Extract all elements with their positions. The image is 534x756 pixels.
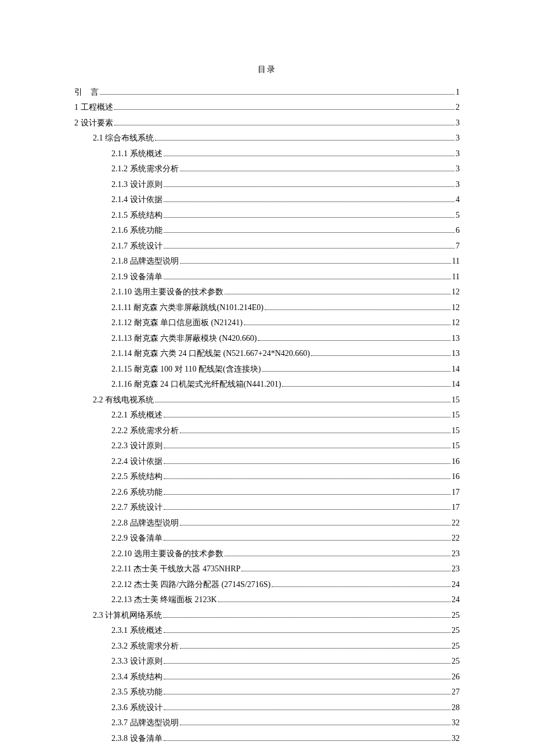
toc-leader-dots bbox=[272, 586, 450, 587]
toc-entry-page: 24 bbox=[452, 593, 460, 607]
toc-entry-label: 2.1.10 选用主要设备的技术参数 bbox=[111, 285, 223, 300]
toc-leader-dots bbox=[164, 494, 451, 495]
toc-leader-dots bbox=[155, 402, 450, 402]
toc-leader-dots bbox=[114, 125, 455, 125]
toc-entry-page: 22 bbox=[452, 516, 460, 531]
toc-entry-label: 2.1.1 系统概述 bbox=[111, 147, 163, 161]
toc-entry: 2.1.8 品牌选型说明11 bbox=[74, 254, 460, 269]
toc-entry-page: 16 bbox=[452, 470, 460, 484]
toc-entry: 2.3.5 系统功能27 bbox=[74, 685, 460, 700]
toc-entry-label: 2.2.9 设备清单 bbox=[111, 531, 163, 546]
toc-entry: 2.1.11 耐克森 六类非屏蔽跳线(N101.214E0)12 bbox=[74, 301, 460, 315]
toc-entry-page: 13 bbox=[452, 332, 460, 346]
toc-entry-label: 2.2.2 系统需求分析 bbox=[111, 424, 179, 438]
toc-entry-label: 2.3.8 设备清单 bbox=[111, 732, 163, 746]
toc-entry-page: 3 bbox=[456, 116, 460, 131]
toc-entry-page: 14 bbox=[452, 377, 460, 392]
toc-leader-dots bbox=[164, 186, 455, 187]
toc-entry: 2.2.4 设计依据16 bbox=[74, 455, 460, 469]
toc-entry: 2.2.5 系统结构16 bbox=[74, 470, 460, 484]
toc-entry-label: 2.3.5 系统功能 bbox=[111, 685, 163, 700]
toc-entry-label: 2.1.6 系统功能 bbox=[111, 224, 163, 238]
toc-leader-dots bbox=[225, 556, 451, 556]
toc-entry-label: 2.2.4 设计依据 bbox=[111, 455, 163, 469]
toc-entry: 2.2.2 系统需求分析15 bbox=[74, 424, 460, 438]
toc-leader-dots bbox=[311, 355, 450, 356]
toc-entry: 2.2.13 杰士美 终端面板 2123K24 bbox=[74, 593, 460, 607]
toc-leader-dots bbox=[244, 325, 450, 325]
toc-entry-page: 3 bbox=[456, 162, 460, 177]
toc-entry-label: 2.1.16 耐克森 24 口机架式光纤配线箱(N441.201) bbox=[111, 377, 281, 392]
toc-entry-page: 15 bbox=[452, 408, 460, 423]
toc-entry-page: 26 bbox=[452, 670, 460, 685]
toc-entry: 2.3.2 系统需求分析25 bbox=[74, 639, 460, 654]
toc-leader-dots bbox=[164, 279, 451, 279]
toc-leader-dots bbox=[100, 94, 454, 95]
toc-entry-page: 15 bbox=[452, 439, 460, 453]
toc-entry-page: 3 bbox=[456, 147, 460, 161]
toc-entry-label: 2.2.1 系统概述 bbox=[111, 408, 163, 423]
toc-entry-page: 25 bbox=[452, 609, 460, 623]
toc-entry: 2.1.10 选用主要设备的技术参数12 bbox=[74, 285, 460, 300]
toc-entry-label: 2.2.7 系统设计 bbox=[111, 501, 163, 515]
toc-entry-label: 引 言 bbox=[74, 85, 99, 100]
toc-entry-page: 23 bbox=[452, 562, 460, 577]
toc-entry-page: 11 bbox=[452, 270, 460, 285]
toc-entry-page: 12 bbox=[452, 285, 460, 300]
toc-entry-label: 2.2.8 品牌选型说明 bbox=[111, 516, 179, 531]
toc-leader-dots bbox=[164, 694, 451, 694]
toc-entry: 2.3.4 系统结构26 bbox=[74, 670, 460, 685]
toc-entry-page: 25 bbox=[452, 654, 460, 669]
toc-entry-label: 2.2.11 杰士美 干线放大器 4735NHRP bbox=[111, 562, 240, 577]
toc-entry-label: 2.3 计算机网络系统 bbox=[93, 609, 162, 623]
toc-entry-page: 13 bbox=[452, 347, 460, 361]
toc-entry: 2.1.9 设备清单11 bbox=[74, 270, 460, 285]
toc-entry-label: 2.1.8 品牌选型说明 bbox=[111, 254, 179, 269]
toc-entry-label: 2.3.1 系统概述 bbox=[111, 624, 163, 638]
toc-entry-label: 2.1.4 设计依据 bbox=[111, 193, 163, 207]
toc-leader-dots bbox=[164, 201, 455, 202]
toc-entry-page: 3 bbox=[456, 178, 460, 192]
toc-entry: 2.2.12 杰士美 四路/六路分配器 (2714S/2716S)24 bbox=[74, 578, 460, 592]
toc-entry-label: 2.1.13 耐克森 六类非屏蔽模块 (N420.660) bbox=[111, 332, 257, 346]
toc-entry: 2.1.1 系统概述3 bbox=[74, 147, 460, 161]
toc-entry: 2.3.1 系统概述25 bbox=[74, 624, 460, 638]
toc-entry: 2.2.10 选用主要设备的技术参数23 bbox=[74, 547, 460, 561]
toc-entry-label: 2.1.15 耐克森 100 对 110 配线架(含连接块) bbox=[111, 362, 261, 377]
toc-entry: 2.2 有线电视系统15 bbox=[74, 393, 460, 408]
toc-leader-dots bbox=[218, 602, 450, 602]
toc-entry: 2 设计要素3 bbox=[74, 116, 460, 131]
toc-leader-dots bbox=[164, 417, 451, 417]
toc-entry: 2.1.14 耐克森 六类 24 口配线架 (N521.667+24*N420.… bbox=[74, 347, 460, 361]
toc-entry-label: 2.3.2 系统需求分析 bbox=[111, 639, 179, 654]
toc-entry-label: 2.3.7 品牌选型说明 bbox=[111, 716, 179, 730]
toc-entry-page: 23 bbox=[452, 547, 460, 561]
toc-entry-page: 2 bbox=[456, 100, 460, 115]
toc-entry-page: 32 bbox=[452, 716, 460, 730]
toc-entry-page: 5 bbox=[456, 208, 460, 223]
toc-entry-page: 17 bbox=[452, 485, 460, 500]
toc-entry-label: 2.1.12 耐克森 单口信息面板 (N21241) bbox=[111, 316, 243, 330]
toc-leader-dots bbox=[114, 109, 455, 110]
toc-entry: 2.2.8 品牌选型说明22 bbox=[74, 516, 460, 531]
toc-entry-label: 2.1.7 系统设计 bbox=[111, 239, 163, 254]
toc-entry-page: 25 bbox=[452, 639, 460, 654]
toc-entry: 2.1.16 耐克森 24 口机架式光纤配线箱(N441.201)14 bbox=[74, 377, 460, 392]
toc-entry-page: 15 bbox=[452, 393, 460, 408]
toc-leader-dots bbox=[180, 171, 455, 171]
toc-entry-page: 3 bbox=[456, 131, 460, 146]
toc-entry: 2.3 计算机网络系统25 bbox=[74, 609, 460, 623]
toc-leader-dots bbox=[164, 632, 451, 633]
toc-entry: 2.1.3 设计原则3 bbox=[74, 178, 460, 192]
toc-leader-dots bbox=[164, 232, 455, 233]
toc-entry: 1 工程概述2 bbox=[74, 100, 460, 115]
toc-leader-dots bbox=[164, 448, 451, 448]
toc-entry: 2.2.6 系统功能17 bbox=[74, 485, 460, 500]
toc-entry-label: 2.2.12 杰士美 四路/六路分配器 (2714S/2716S) bbox=[111, 578, 270, 592]
toc-leader-dots bbox=[180, 433, 451, 433]
toc-leader-dots bbox=[164, 710, 451, 710]
toc-entry: 引 言1 bbox=[74, 85, 460, 100]
toc-entry-label: 2.2 有线电视系统 bbox=[93, 393, 154, 408]
toc-entry: 2.2.11 杰士美 干线放大器 4735NHRP23 bbox=[74, 562, 460, 577]
toc-leader-dots bbox=[225, 294, 451, 294]
